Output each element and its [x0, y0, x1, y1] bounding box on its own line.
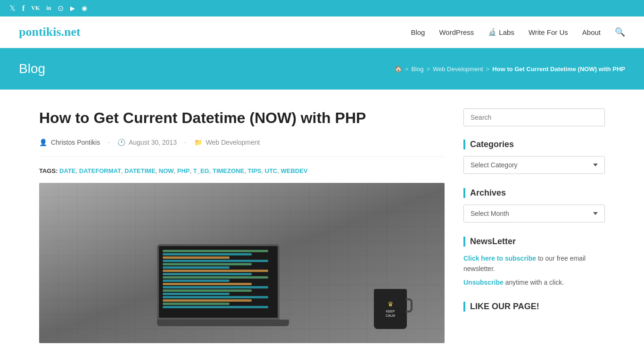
user-icon: 👤	[39, 139, 47, 146]
vk-link[interactable]: VK	[31, 5, 40, 12]
social-bar: 𝕏 f VK in ⊙ ▶ ◉	[0, 0, 644, 16]
nav-labs[interactable]: 🔬 Labs	[488, 28, 514, 36]
code-line-18	[163, 306, 268, 308]
code-line-14	[163, 293, 230, 295]
github-link[interactable]: ⊙	[58, 4, 64, 13]
tag-php[interactable]: PHP	[177, 167, 190, 174]
newsletter-unsubscribe-text: Unsubscribe anytime with a click.	[463, 277, 605, 288]
sidebar-archives: Archives Select Month	[463, 188, 605, 222]
code-line-6	[163, 266, 230, 269]
code-line-7	[163, 270, 268, 272]
tag-timezone[interactable]: TIMEZONE	[213, 167, 244, 174]
code-line-5	[163, 263, 252, 265]
tag-dateformat[interactable]: DATEFORMAT	[79, 167, 121, 174]
code-line-17	[163, 303, 230, 305]
tag-t_eg[interactable]: T_EG	[193, 167, 209, 174]
author-name: Christos Pontikis	[51, 139, 100, 146]
breadcrumb-current: How to Get Current Datetime (NOW) with P…	[492, 66, 625, 73]
laptop-screen	[157, 244, 280, 320]
clock-icon: 🕐	[117, 139, 125, 146]
twitter-link[interactable]: 𝕏	[9, 4, 16, 13]
code-line-1	[163, 250, 268, 252]
code-line-11	[163, 283, 252, 285]
article-tags: TAGS: DATE, DATEFORMAT, DATETIME, NOW, P…	[39, 167, 445, 174]
linkedin-link[interactable]: in	[46, 5, 51, 12]
laptop-illustration	[157, 244, 298, 338]
code-line-8	[163, 273, 252, 275]
search-input[interactable]	[463, 108, 605, 126]
code-line-10	[163, 280, 230, 282]
categories-select[interactable]: Select Category	[463, 156, 605, 174]
code-line-15	[163, 296, 268, 298]
article-date: August 30, 2013	[129, 139, 177, 146]
newsletter-subscribe-text: Click here to subscribe to our free emai…	[463, 253, 605, 274]
vk-icon: VK	[31, 5, 40, 12]
nav-wordpress[interactable]: WordPress	[439, 28, 474, 36]
breadcrumb-home[interactable]: 🏠	[395, 66, 402, 73]
date-meta: 🕐 August 30, 2013	[117, 139, 177, 146]
subscribe-link[interactable]: Click here to subscribe	[463, 255, 536, 262]
sidebar-search-section	[463, 108, 605, 126]
author-meta: 👤 Christos Pontikis	[39, 139, 100, 146]
laptop-base	[157, 320, 289, 326]
archives-heading: Archives	[463, 188, 605, 198]
article-category: Web Development	[206, 139, 260, 146]
tag-date[interactable]: DATE	[59, 167, 75, 174]
search-icon[interactable]: 🔍	[615, 27, 625, 37]
keep-calm-mug: ♛ KEEPCALM	[374, 289, 407, 329]
nav-blog[interactable]: Blog	[411, 28, 425, 36]
tag-tips[interactable]: TIPS	[248, 167, 261, 174]
code-line-16	[163, 299, 252, 302]
twitter-icon: 𝕏	[9, 4, 16, 13]
tag-webdev[interactable]: WEBDEV	[281, 167, 307, 174]
page-title: Blog	[19, 61, 45, 76]
breadcrumb-blog[interactable]: Blog	[411, 66, 423, 73]
tag-now[interactable]: NOW	[159, 167, 174, 174]
rss-icon: ◉	[82, 4, 87, 12]
meta-sep-1: -	[107, 139, 110, 146]
labs-icon: 🔬	[488, 28, 497, 36]
code-line-3	[163, 256, 230, 259]
youtube-icon: ▶	[70, 5, 75, 12]
meta-sep-2: -	[184, 139, 187, 146]
folder-icon: 📁	[194, 139, 202, 146]
unsubscribe-suffix: anytime with a click.	[505, 279, 564, 286]
like-page-heading: LIKE OUR PAGE!	[463, 302, 605, 312]
unsubscribe-link[interactable]: Unsubscribe	[463, 279, 504, 286]
site-logo[interactable]: pontikis.net	[19, 25, 81, 39]
rss-link[interactable]: ◉	[82, 4, 87, 12]
mug-text: KEEPCALM	[386, 309, 395, 318]
main-container: How to Get Current Datetime (NOW) with P…	[20, 90, 624, 362]
categories-heading: Categories	[463, 140, 605, 149]
youtube-link[interactable]: ▶	[70, 5, 75, 12]
breadcrumb: 🏠 > Blog > Web Development > How to Get …	[395, 66, 625, 73]
breadcrumb-sep-1: >	[405, 66, 409, 73]
facebook-link[interactable]: f	[22, 4, 25, 13]
tags-label: TAGS:	[39, 167, 58, 174]
category-meta: 📁 Web Development	[194, 139, 260, 146]
code-line-13	[163, 289, 252, 292]
breadcrumb-category[interactable]: Web Development	[433, 66, 483, 73]
archives-select[interactable]: Select Month	[463, 205, 605, 222]
nav-write-for-us[interactable]: Write For Us	[528, 28, 568, 36]
sidebar: Categories Select Category Archives Sele…	[463, 108, 605, 343]
code-line-12	[163, 286, 268, 288]
article-meta: 👤 Christos Pontikis - 🕐 August 30, 2013 …	[39, 139, 445, 157]
nav-about[interactable]: About	[582, 28, 601, 36]
code-line-4	[163, 260, 268, 262]
newsletter-heading: NewsLetter	[463, 237, 605, 247]
linkedin-icon: in	[46, 5, 51, 12]
breadcrumb-sep-2: >	[426, 66, 430, 73]
tag-utc[interactable]: UTC	[265, 167, 278, 174]
code-line-2	[163, 253, 252, 255]
tag-datetime[interactable]: DATETIME	[124, 167, 155, 174]
article-image: ♛ KEEPCALM	[39, 183, 445, 343]
code-line-9	[163, 276, 268, 279]
mug-handle	[406, 298, 413, 313]
sidebar-like-page: LIKE OUR PAGE!	[463, 302, 605, 312]
mug-crown: ♛	[388, 300, 394, 308]
site-header: pontikis.net Blog WordPress 🔬 Labs Write…	[0, 16, 644, 48]
article: How to Get Current Datetime (NOW) with P…	[39, 108, 445, 343]
facebook-icon: f	[22, 4, 25, 13]
main-nav: Blog WordPress 🔬 Labs Write For Us About…	[411, 27, 625, 37]
